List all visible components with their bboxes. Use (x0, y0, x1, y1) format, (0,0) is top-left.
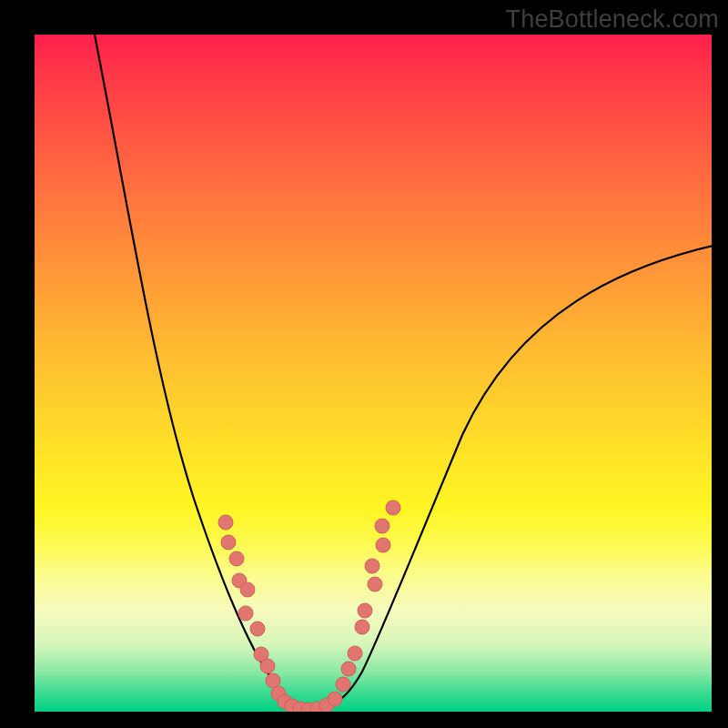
chart-frame: TheBottleneck.com (0, 0, 728, 728)
data-point-marker (375, 519, 389, 533)
bottleneck-curve (91, 35, 712, 710)
data-point-marker (348, 646, 362, 661)
data-point-marker (355, 620, 369, 634)
data-point-marker (358, 603, 372, 618)
data-point-marker (376, 538, 390, 552)
data-point-marker (238, 606, 253, 621)
data-point-marker (368, 577, 382, 592)
data-point-marker (336, 677, 350, 692)
curve-layer (35, 35, 712, 712)
data-point-marker (341, 662, 356, 676)
data-point-marker (328, 692, 342, 706)
data-point-marker (250, 622, 265, 636)
data-point-marker (386, 500, 400, 515)
data-point-marker (365, 559, 379, 573)
data-point-marker (240, 582, 255, 597)
marker-group (218, 500, 400, 712)
data-point-marker (260, 659, 275, 673)
data-point-marker (221, 535, 236, 550)
data-point-marker (218, 515, 233, 530)
plot-area (35, 35, 712, 712)
watermark-text: TheBottleneck.com (505, 5, 719, 34)
data-point-marker (229, 551, 244, 566)
